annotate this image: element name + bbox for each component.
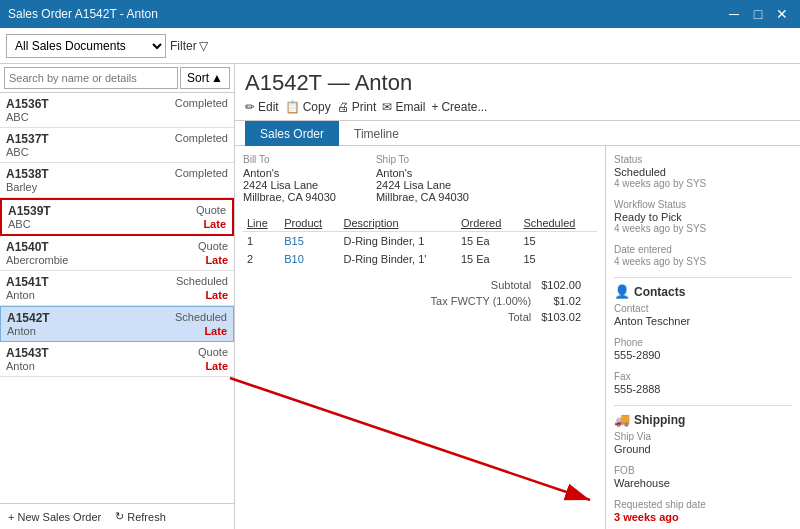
ship-via-value: Ground — [614, 443, 792, 455]
shipping-section-header: 🚚 Shipping — [614, 405, 792, 427]
bill-to-line1: Anton's — [243, 167, 336, 179]
order-id: A1538T — [6, 167, 49, 181]
phone-label: Phone — [614, 337, 792, 348]
row-line: 1 — [243, 232, 280, 251]
list-item[interactable]: A1541T Scheduled Anton Late — [0, 271, 234, 306]
edit-button[interactable]: ✏ Edit — [245, 100, 279, 114]
sort-button[interactable]: Sort ▲ — [180, 67, 230, 89]
totals-section: Subtotal $102.00 Tax FWCTY (1.00%) $1.02… — [243, 276, 597, 326]
order-status: Scheduled — [175, 311, 227, 325]
customer-name: Anton — [6, 360, 35, 372]
order-status: Quote — [198, 240, 228, 254]
ship-to-block: Ship To Anton's 2424 Lisa Lane Millbrae,… — [376, 154, 469, 203]
row-ordered: 15 Ea — [457, 232, 520, 251]
list-item[interactable]: A1538T Completed Barley — [0, 163, 234, 198]
main-container: All Sales Documents Filter ▽ Sort ▲ A153… — [0, 28, 800, 529]
status-section: Status Scheduled 4 weeks ago by SYS — [614, 154, 792, 189]
filter-label: Filter — [170, 39, 197, 53]
print-button[interactable]: 🖨 Print — [337, 100, 377, 114]
late-badge: Late — [205, 254, 228, 266]
search-input[interactable] — [4, 67, 178, 89]
email-button[interactable]: ✉ Email — [382, 100, 425, 114]
status-sub: 4 weeks ago by SYS — [614, 178, 792, 189]
late-badge: Late — [205, 360, 228, 372]
row-product: B15 — [280, 232, 339, 251]
maximize-button[interactable]: □ — [748, 6, 768, 22]
subtotal-value: $102.00 — [537, 278, 585, 292]
row-ordered: 15 Ea — [457, 250, 520, 268]
order-id: A1541T — [6, 275, 49, 289]
list-item[interactable]: A1536T Completed ABC — [0, 93, 234, 128]
refresh-button[interactable]: ↻ Refresh — [111, 508, 170, 525]
sort-arrow-icon: ▲ — [211, 71, 223, 85]
main-body: Bill To Anton's 2424 Lisa Lane Millbrae,… — [235, 146, 800, 529]
order-status: Quote — [198, 346, 228, 360]
minimize-button[interactable]: ─ — [724, 6, 744, 22]
new-sales-order-button[interactable]: + New Sales Order — [4, 508, 105, 525]
row-line: 2 — [243, 250, 280, 268]
page-title: A1542T — Anton — [245, 70, 790, 96]
contact-value: Anton Teschner — [614, 315, 792, 327]
customer-name: Abercrombie — [6, 254, 68, 266]
row-description: D-Ring Binder, 1 — [340, 232, 457, 251]
main-header: A1542T — Anton ✏ Edit 📋 Copy 🖨 Print — [235, 64, 800, 121]
status-label: Status — [614, 154, 792, 165]
subtotal-label: Subtotal — [427, 278, 536, 292]
create-button[interactable]: + Create... — [431, 100, 487, 114]
late-badge: Late — [204, 325, 227, 337]
top-toolbar: All Sales Documents Filter ▽ — [0, 28, 800, 64]
phone-value: 555-2890 — [614, 349, 792, 361]
tab-sales-order[interactable]: Sales Order — [245, 121, 339, 146]
requested-date-label: Requested ship date — [614, 499, 792, 510]
content-area: Sort ▲ A1536T Completed ABC — [0, 64, 800, 529]
tab-timeline[interactable]: Timeline — [339, 121, 414, 146]
shipping-icon: 🚚 — [614, 412, 630, 427]
bill-to-line3: Millbrae, CA 94030 — [243, 191, 336, 203]
total-label: Total — [427, 310, 536, 324]
email-icon: ✉ — [382, 100, 392, 114]
close-button[interactable]: ✕ — [772, 6, 792, 22]
order-details: Bill To Anton's 2424 Lisa Lane Millbrae,… — [235, 146, 605, 529]
tabs-bar: Sales Order Timeline — [235, 121, 800, 146]
row-description: D-Ring Binder, 1' — [340, 250, 457, 268]
order-table: Line Product Description Ordered Schedul… — [243, 215, 597, 268]
workflow-value: Ready to Pick — [614, 211, 792, 223]
refresh-icon: ↻ — [115, 510, 124, 523]
list-item[interactable]: A1543T Quote Anton Late — [0, 342, 234, 377]
customer-name: Barley — [6, 181, 37, 193]
ship-to-line3: Millbrae, CA 94030 — [376, 191, 469, 203]
col-description: Description — [340, 215, 457, 232]
customer-name: ABC — [6, 111, 29, 123]
search-row: Sort ▲ — [0, 64, 234, 93]
list-item-selected[interactable]: A1542T Scheduled Anton Late — [0, 306, 234, 342]
main-content: A1542T — Anton ✏ Edit 📋 Copy 🖨 Print — [235, 64, 800, 529]
contacts-section-header: 👤 Contacts — [614, 277, 792, 299]
status-value: Scheduled — [614, 166, 792, 178]
order-status: Completed — [175, 167, 228, 181]
fob-info: FOB Warehouse — [614, 465, 792, 489]
print-icon: 🖨 — [337, 100, 349, 114]
ship-via-label: Ship Via — [614, 431, 792, 442]
list-item[interactable]: A1537T Completed ABC — [0, 128, 234, 163]
contact-label: Contact — [614, 303, 792, 314]
list-item[interactable]: A1539T Quote ABC Late — [0, 198, 234, 236]
documents-dropdown[interactable]: All Sales Documents — [6, 34, 166, 58]
phone-info: Phone 555-2890 — [614, 337, 792, 361]
order-status: Completed — [175, 132, 228, 146]
order-id: A1543T — [6, 346, 49, 360]
row-scheduled: 15 — [519, 232, 597, 251]
customer-name: ABC — [6, 146, 29, 158]
sidebar: Sort ▲ A1536T Completed ABC — [0, 64, 235, 529]
copy-button[interactable]: 📋 Copy — [285, 100, 331, 114]
list-item[interactable]: A1540T Quote Abercrombie Late — [0, 236, 234, 271]
order-id: A1542T — [7, 311, 50, 325]
fax-label: Fax — [614, 371, 792, 382]
filter-button[interactable]: Filter ▽ — [170, 39, 208, 53]
workflow-label: Workflow Status — [614, 199, 792, 210]
ship-to-line1: Anton's — [376, 167, 469, 179]
col-ordered: Ordered — [457, 215, 520, 232]
workflow-sub: 4 weeks ago by SYS — [614, 223, 792, 234]
order-id: A1540T — [6, 240, 49, 254]
sidebar-list: A1536T Completed ABC A1537T Completed AB… — [0, 93, 234, 503]
requested-date-info: Requested ship date 3 weeks ago — [614, 499, 792, 523]
